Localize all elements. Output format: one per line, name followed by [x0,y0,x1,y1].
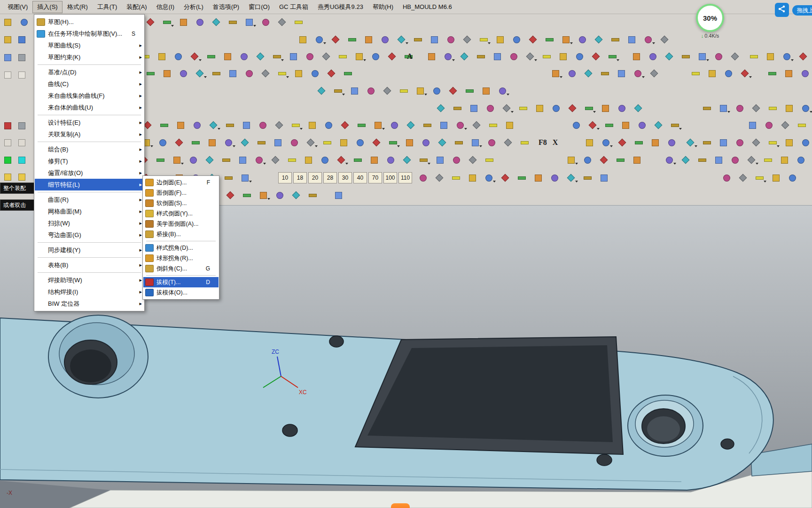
dropdown-caret-icon[interactable] [323,42,326,44]
dropdown-caret-icon[interactable] [679,128,682,130]
toolbar-icon[interactable] [597,171,610,184]
toolbar-icon[interactable] [238,171,251,184]
toolbar-icon[interactable] [320,50,333,63]
dropdown-caret-icon[interactable] [397,145,400,147]
menu-item[interactable]: 网格曲面(M)▸ [35,206,144,217]
dropdown-caret-icon[interactable] [791,59,794,61]
dropdown-caret-icon[interactable] [218,128,220,130]
toolbar-icon[interactable] [518,136,531,149]
toolbar-icon[interactable] [516,102,530,115]
menu-item[interactable]: 结构焊接(I)▸ [35,286,144,298]
menu-item[interactable]: BIW 定位器▸ [35,298,144,310]
model-hole[interactable] [282,424,297,437]
toolbar-icon[interactable] [750,102,763,115]
toolbar-icon[interactable] [602,119,616,132]
toolbar-icon[interactable] [1,119,14,132]
toolbar-icon[interactable] [172,136,186,149]
toolbar-icon[interactable] [15,119,28,132]
toolbar-icon[interactable] [689,67,702,80]
menu-item[interactable]: 美学面倒圆(A)... [143,219,219,229]
toolbar-icon[interactable] [745,153,758,167]
toolbar-icon[interactable] [384,153,397,167]
menu-item[interactable]: 边倒圆(E)...F [143,177,219,188]
menubar-item[interactable]: 工具(T) [93,1,122,13]
dropdown-caret-icon[interactable] [642,76,645,78]
toolbar-icon[interactable] [695,153,709,167]
toolbar-icon[interactable] [526,33,539,46]
toolbar-icon[interactable] [271,136,284,149]
toolbar-icon[interactable] [285,153,298,167]
selection-scope-dropdown[interactable]: 整个装配 [0,183,38,194]
toolbar-icon[interactable] [378,33,391,46]
menu-item[interactable]: 拔模(T)...D [143,277,219,287]
toolbar-icon[interactable] [684,136,697,149]
toolbar-icon[interactable] [795,119,808,132]
toolbar-icon[interactable] [556,50,570,63]
toolbar-icon[interactable] [400,153,414,167]
toolbar-icon[interactable] [581,171,594,184]
menu-item[interactable]: 草图曲线(S)▸ [35,40,144,51]
toolbar-icon[interactable] [720,171,733,184]
toolbar-icon[interactable] [351,153,364,167]
toolbar-icon[interactable] [746,119,759,132]
toolbar-icon[interactable] [736,171,750,184]
toolbar-icon[interactable] [717,102,730,115]
toolbar-icon[interactable] [780,50,793,63]
toolbar-icon[interactable] [242,67,256,80]
toolbar-icon[interactable] [581,153,594,167]
toolbar-icon[interactable] [259,16,272,29]
dropdown-caret-icon[interactable] [315,145,318,147]
menu-item[interactable]: 偏置/缩放(O)▸ [35,167,144,179]
dropdown-caret-icon[interactable] [233,145,235,147]
toolbar-icon[interactable] [646,50,659,63]
toolbar-icon[interactable] [348,84,361,97]
toolbar-icon[interactable] [533,102,546,115]
toolbar-icon[interactable] [170,153,183,167]
toolbar-icon[interactable] [486,119,500,132]
toolbar-icon[interactable] [1,16,14,29]
toolbar-icon[interactable] [341,67,354,80]
toolbar-icon[interactable] [1,153,14,167]
toolbar-icon[interactable] [747,50,760,63]
toolbar-icon[interactable] [778,153,791,167]
dropdown-caret-icon[interactable] [342,94,345,95]
dropdown-caret-icon[interactable] [706,59,709,61]
menubar-item[interactable]: 格式(R) [62,1,93,13]
toolbar-icon[interactable] [461,33,474,46]
toolbar-icon[interactable] [782,136,796,149]
menu-item[interactable]: 面倒圆(F)... [143,188,219,198]
dropdown-caret-icon[interactable] [610,145,613,147]
toolbar-icon[interactable] [421,119,434,132]
dropdown-caret-icon[interactable] [249,181,252,183]
menubar-item[interactable]: 帮助(H) [368,1,398,13]
toolbar-icon[interactable] [252,153,265,167]
toolbar-icon[interactable] [599,136,612,149]
dropdown-caret-icon[interactable] [464,128,467,130]
dropdown-caret-icon[interactable] [764,181,766,183]
toolbar-icon[interactable] [599,102,612,115]
dropdown-caret-icon[interactable] [181,163,184,165]
toolbar-icon[interactable] [798,67,812,80]
toolbar-icon[interactable] [273,189,286,202]
toolbar-icon[interactable] [289,119,302,132]
toolbar-icon[interactable] [477,33,490,46]
toolbar-icon[interactable] [444,33,457,46]
toolbar-icon[interactable] [221,50,234,63]
toolbar-icon[interactable] [543,33,556,46]
menu-item[interactable]: 修剪(T)▸ [35,155,144,167]
menubar-item[interactable]: 分析(L) [179,1,208,13]
toolbar-icon[interactable] [762,119,775,132]
toolbar-icon[interactable] [203,153,216,167]
dropdown-caret-icon[interactable] [428,163,430,165]
dropdown-caret-icon[interactable] [756,163,758,165]
toolbar-icon[interactable] [381,84,394,97]
toolbar-icon[interactable] [586,119,599,132]
dropdown-caret-icon[interactable] [199,59,202,61]
toolbar-icon[interactable] [549,102,562,115]
toolbar-icon[interactable] [733,102,746,115]
toolbar-button[interactable]: A [407,52,413,61]
dropdown-caret-icon[interactable] [560,76,562,78]
menu-item[interactable]: 组合(B)▸ [35,143,144,155]
toolbar-icon[interactable] [160,16,173,29]
toolbar-icon[interactable] [190,119,203,132]
